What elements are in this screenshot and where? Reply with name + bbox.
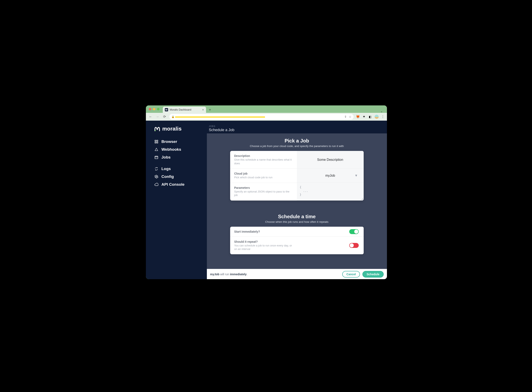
sidebar-item-label: Jobs (162, 155, 171, 159)
tabs-overflow-icon[interactable]: ⌄ (380, 110, 383, 113)
minimize-window-button[interactable] (153, 108, 155, 110)
section-pick-header: Pick a Job Choose a job from your cloud … (207, 138, 387, 148)
brand-name: moralis (162, 126, 182, 132)
sidebar-item-logs[interactable]: Logs (154, 165, 202, 173)
schedule-time-card: Start immediately? Should it repeat? (230, 227, 364, 254)
lock-icon: 🔒 (171, 115, 175, 118)
svg-point-9 (156, 176, 157, 177)
breadcrumb: JOBS Schedule a Job (207, 121, 387, 133)
parameters-input[interactable] (300, 185, 361, 198)
calendar-icon (154, 155, 159, 159)
section-time-header: Schedule a time Choose when this job run… (207, 214, 387, 223)
section-pick-subtitle: Choose a job from your cloud code, and s… (207, 145, 387, 148)
titlebar: M Moralis Dashboard × ＋ ⌄ (146, 105, 387, 113)
sidebar-item-label: Browser (162, 139, 177, 144)
resize-handle-icon[interactable] (361, 198, 363, 200)
breadcrumb-eyebrow: JOBS (209, 125, 385, 127)
svg-rect-2 (157, 140, 158, 141)
sidebar-item-webhooks[interactable]: Webhooks (154, 145, 202, 153)
share-icon[interactable]: ⇪ (344, 115, 347, 118)
svg-rect-1 (155, 140, 156, 141)
section-time-title: Schedule a time (207, 214, 387, 219)
browser-window: M Moralis Dashboard × ＋ ⌄ ← → ⟳ 🔒 ⇪ ☆ (146, 105, 387, 279)
sidebar-item-label: Logs (162, 167, 171, 171)
cloud-icon (154, 183, 159, 186)
window-controls (149, 108, 159, 110)
sidebar-item-api-console[interactable]: API Console (154, 181, 202, 188)
section-time-subtitle: Choose when this job runs and how often … (207, 220, 387, 223)
svg-rect-5 (155, 156, 158, 159)
metamask-icon[interactable]: 🦊 (356, 115, 360, 119)
sidebar-item-config[interactable]: Config (154, 173, 202, 181)
extensions-icon[interactable]: ✦ (362, 115, 366, 119)
reading-list-icon[interactable]: ◧ (368, 115, 372, 119)
cancel-button[interactable]: Cancel (342, 271, 360, 278)
sidebar-item-browser[interactable]: Browser (154, 138, 202, 145)
browser-toolbar: ← → ⟳ 🔒 ⇪ ☆ 🦊 ✦ ◧ ⋮ (146, 113, 387, 121)
svg-point-0 (155, 130, 156, 131)
sidebar-item-label: API Console (162, 182, 185, 187)
schedule-button[interactable]: Schedule (362, 271, 384, 278)
sidebar-item-label: Webhooks (162, 147, 181, 152)
start-immediately-toggle[interactable] (349, 229, 359, 234)
webhook-icon (154, 148, 159, 151)
cloudjob-label: Cloud job (234, 172, 293, 175)
section-pick-title: Pick a Job (207, 138, 387, 144)
page-title: Schedule a Job (209, 128, 385, 132)
repeat-toggle[interactable] (349, 243, 359, 248)
svg-rect-3 (155, 142, 156, 143)
browser-menu-icon[interactable]: ⋮ (381, 115, 385, 119)
parameters-label: Parameters (234, 186, 293, 189)
repeat-hint: You can schedule a job to run once every… (234, 244, 293, 251)
cloudjob-select[interactable]: myJob ▼ (300, 174, 361, 177)
footer-when: immediately (230, 273, 247, 276)
new-tab-button[interactable]: ＋ (208, 107, 212, 113)
repeat-label: Should it repeat? (234, 240, 293, 243)
description-hint: Give this schedule a name that describes… (234, 158, 293, 165)
parameters-hint: Specify an optional JSON object to pass … (234, 190, 293, 197)
footer-job: myJob (210, 273, 219, 276)
footer-bar: myJob will run immediately. Cancel Sched… (207, 269, 387, 279)
cloudjob-value: myJob (325, 174, 335, 177)
grid-icon (154, 140, 159, 144)
sidebar: moralis Browser Webhooks (146, 121, 207, 279)
sidebar-item-jobs[interactable]: Jobs (154, 153, 202, 161)
tab-title: Moralis Dashboard (170, 108, 191, 111)
sync-icon (154, 167, 159, 171)
chevron-down-icon: ▼ (355, 174, 358, 177)
redacted-url (175, 115, 265, 118)
profile-avatar[interactable] (375, 115, 379, 119)
pick-job-card: Description Give this schedule a name th… (230, 151, 364, 201)
back-button[interactable]: ← (148, 115, 153, 119)
brand-logo-icon (154, 126, 160, 132)
bookmark-icon[interactable]: ☆ (349, 115, 352, 118)
gear-icon (154, 175, 159, 178)
brand: moralis (154, 126, 202, 132)
maximize-window-button[interactable] (157, 108, 159, 110)
footer-summary: myJob will run immediately. (210, 273, 247, 276)
description-label: Description (234, 154, 293, 158)
tab-favicon: M (165, 108, 168, 111)
start-immediately-label: Start immediately? (234, 230, 293, 233)
cloudjob-hint: Pick which cloud code job to run (234, 176, 293, 179)
reload-button[interactable]: ⟳ (162, 115, 167, 119)
description-input[interactable] (300, 158, 361, 162)
main-content: JOBS Schedule a Job Pick a Job Choose a … (207, 121, 387, 279)
forward-button[interactable]: → (155, 115, 160, 119)
svg-rect-4 (157, 142, 158, 143)
close-tab-icon[interactable]: × (202, 108, 204, 111)
browser-tab[interactable]: M Moralis Dashboard × (163, 107, 206, 113)
sidebar-item-label: Config (162, 174, 174, 179)
address-bar[interactable]: 🔒 ⇪ ☆ (169, 114, 354, 120)
close-window-button[interactable] (149, 108, 151, 110)
